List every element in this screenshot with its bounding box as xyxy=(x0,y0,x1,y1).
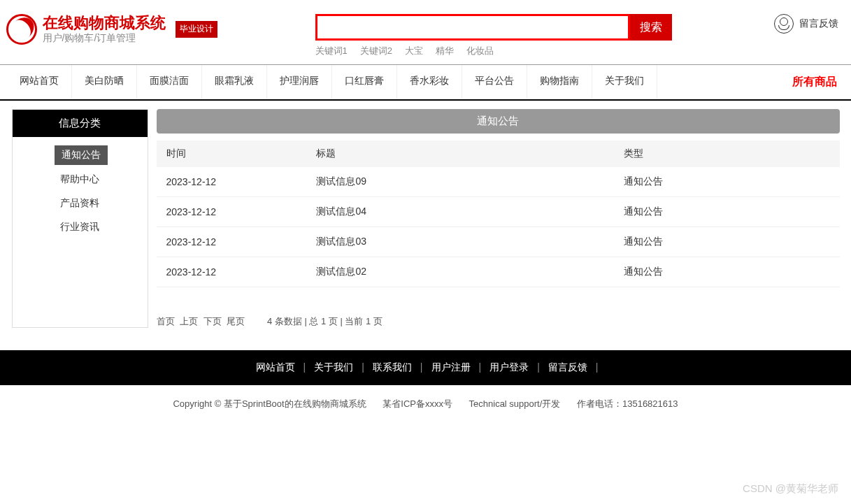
nav-item[interactable]: 关于我们 xyxy=(592,65,657,99)
cell-time: 2023-12-12 xyxy=(157,197,307,227)
search-button[interactable]: 搜索 xyxy=(630,14,672,41)
nav-item[interactable]: 购物指南 xyxy=(527,65,592,99)
table-row[interactable]: 2023-12-12测试信息03通知公告 xyxy=(157,227,840,257)
col-time: 时间 xyxy=(157,141,307,167)
nav-item[interactable]: 面膜洁面 xyxy=(137,65,202,99)
footer-link[interactable]: 网站首页 xyxy=(256,361,295,373)
headset-icon xyxy=(774,14,794,34)
all-products-link[interactable]: 所有商品 xyxy=(778,65,851,99)
col-type: 类型 xyxy=(614,141,839,167)
pager-last[interactable]: 尾页 xyxy=(227,316,245,326)
brand-title: 在线购物商城系统 xyxy=(43,14,166,32)
table-row[interactable]: 2023-12-12测试信息04通知公告 xyxy=(157,197,840,227)
tech-support: Technical support/开发 xyxy=(469,398,561,409)
keyword-link[interactable]: 关键词1 xyxy=(315,45,348,56)
pager-first[interactable]: 首页 xyxy=(157,316,175,326)
footer-link[interactable]: 联系我们 xyxy=(373,361,412,373)
separator: | xyxy=(479,361,482,373)
notice-table: 时间 标题 类型 2023-12-12测试信息09通知公告2023-12-12测… xyxy=(157,141,840,287)
keyword-list: 关键词1关键词2大宝精华化妆品 xyxy=(315,45,774,57)
footer-nav: 网站首页|关于我们|联系我们|用户注册|用户登录|留言反馈| xyxy=(0,350,851,385)
sidebar-category[interactable]: 帮助中心 xyxy=(13,168,148,192)
nav-item[interactable]: 护理润唇 xyxy=(267,65,332,99)
graduation-badge: 毕业设计 xyxy=(176,21,217,38)
keyword-link[interactable]: 精华 xyxy=(436,45,454,56)
separator: | xyxy=(362,361,364,373)
sidebar-category[interactable]: 产品资料 xyxy=(13,192,148,215)
pager-prev[interactable]: 上页 xyxy=(180,316,198,326)
main-nav: 网站首页美白防晒面膜洁面眼霜乳液护理润唇口红唇膏香水彩妆平台公告购物指南关于我们 xyxy=(7,65,657,99)
author-phone: 作者电话：13516821613 xyxy=(577,398,678,409)
nav-item[interactable]: 口红唇膏 xyxy=(332,65,397,99)
cell-type: 通知公告 xyxy=(614,257,839,287)
content-title: 通知公告 xyxy=(157,109,840,134)
cell-title: 测试信息04 xyxy=(306,197,614,227)
sidebar-category[interactable]: 行业资讯 xyxy=(13,215,148,239)
feedback-label: 留言反馈 xyxy=(799,17,838,30)
pager-next[interactable]: 下页 xyxy=(203,316,222,326)
logo-icon xyxy=(6,14,37,45)
cell-type: 通知公告 xyxy=(614,167,839,197)
footer-info: Copyright © 基于SprintBoot的在线购物商城系统 某省ICP备… xyxy=(0,385,851,438)
cell-title: 测试信息03 xyxy=(306,227,614,257)
cell-time: 2023-12-12 xyxy=(157,257,307,287)
footer-link[interactable]: 用户登录 xyxy=(489,361,529,373)
keyword-link[interactable]: 关键词2 xyxy=(360,45,392,56)
cell-type: 通知公告 xyxy=(614,197,839,227)
table-row[interactable]: 2023-12-12测试信息02通知公告 xyxy=(157,257,840,287)
nav-item[interactable]: 美白防晒 xyxy=(72,65,137,99)
separator: | xyxy=(596,361,599,373)
search-input[interactable] xyxy=(315,14,630,41)
sidebar: 信息分类 通知公告帮助中心产品资料行业资讯 xyxy=(12,109,148,328)
separator: | xyxy=(303,361,306,373)
brand-subtitle: 用户/购物车/订单管理 xyxy=(43,32,166,45)
icp: 某省ICP备xxxx号 xyxy=(382,398,452,409)
sidebar-title: 信息分类 xyxy=(13,110,148,137)
brand-block[interactable]: 在线购物商城系统 用户/购物车/订单管理 毕业设计 xyxy=(6,14,217,45)
table-row[interactable]: 2023-12-12测试信息09通知公告 xyxy=(157,167,840,197)
keyword-link[interactable]: 大宝 xyxy=(405,45,423,56)
cell-time: 2023-12-12 xyxy=(157,167,307,197)
separator: | xyxy=(537,361,540,373)
footer-link[interactable]: 关于我们 xyxy=(314,361,353,373)
pagination: 首页 上页 下页 尾页 4 条数据 | 总 1 页 | 当前 1 页 xyxy=(157,315,840,328)
feedback-link[interactable]: 留言反馈 xyxy=(774,14,845,34)
nav-item[interactable]: 网站首页 xyxy=(7,65,72,99)
separator: | xyxy=(420,361,423,373)
col-title: 标题 xyxy=(306,141,614,167)
nav-item[interactable]: 眼霜乳液 xyxy=(202,65,267,99)
sidebar-category[interactable]: 通知公告 xyxy=(55,145,108,165)
cell-time: 2023-12-12 xyxy=(157,227,307,257)
nav-item[interactable]: 平台公告 xyxy=(462,65,527,99)
copyright: Copyright © 基于SprintBoot的在线购物商城系统 xyxy=(173,398,366,409)
cell-title: 测试信息09 xyxy=(306,167,614,197)
nav-item[interactable]: 香水彩妆 xyxy=(397,65,462,99)
footer-link[interactable]: 用户注册 xyxy=(431,361,471,373)
keyword-link[interactable]: 化妆品 xyxy=(466,45,494,56)
footer-link[interactable]: 留言反馈 xyxy=(548,361,587,373)
cell-type: 通知公告 xyxy=(614,227,839,257)
cell-title: 测试信息02 xyxy=(306,257,614,287)
pager-info: 4 条数据 | 总 1 页 | 当前 1 页 xyxy=(267,316,382,326)
